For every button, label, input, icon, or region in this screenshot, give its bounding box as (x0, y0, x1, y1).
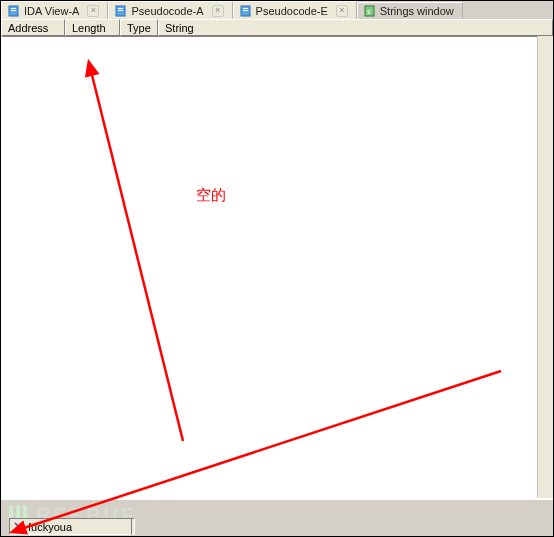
status-field[interactable]: fuckyoua (9, 518, 135, 535)
vertical-scrollbar[interactable] (537, 36, 553, 502)
svg-rect-1 (11, 8, 16, 9)
status-value: fuckyoua (28, 521, 72, 533)
annotation-empty-label: 空的 (196, 186, 226, 205)
tab-label: Pseudocode-A (131, 5, 203, 17)
tab-pseudocode-e[interactable]: Pseudocode-E × (233, 1, 357, 19)
tab-label: IDA View-A (24, 5, 79, 17)
file-icon (240, 5, 252, 17)
strings-column-headers: Address Length Type String (1, 19, 553, 36)
tab-bar: IDA View-A × Pseudocode-A × Pseudocode-E… (1, 1, 553, 20)
file-icon (8, 5, 20, 17)
svg-text:s: s (367, 8, 371, 15)
column-label: Length (72, 22, 106, 34)
column-length[interactable]: Length (65, 19, 120, 36)
app-window: IDA View-A × Pseudocode-A × Pseudocode-E… (0, 0, 554, 537)
svg-rect-7 (243, 8, 248, 9)
close-icon[interactable]: × (336, 5, 348, 17)
column-label: String (165, 22, 194, 34)
column-label: Address (8, 22, 48, 34)
tab-pseudocode-a[interactable]: Pseudocode-A × (108, 1, 232, 19)
column-string[interactable]: String (158, 19, 553, 36)
tab-label: Pseudocode-E (256, 5, 328, 17)
status-bar: REEBUF fuckyoua (1, 498, 553, 536)
status-separator (131, 518, 135, 535)
svg-rect-5 (118, 10, 123, 11)
tab-strings-window[interactable]: s Strings window (357, 2, 463, 20)
column-label: Type (127, 22, 151, 34)
strings-listview[interactable] (1, 36, 553, 503)
svg-rect-2 (11, 10, 16, 11)
column-type[interactable]: Type (120, 19, 158, 36)
svg-rect-8 (243, 10, 248, 11)
close-icon[interactable]: × (87, 5, 99, 17)
svg-rect-4 (118, 8, 123, 9)
status-indicator-icon (14, 522, 24, 532)
close-icon[interactable]: × (212, 5, 224, 17)
file-icon (115, 5, 127, 17)
column-address[interactable]: Address (1, 19, 65, 36)
tab-ida-view-a[interactable]: IDA View-A × (1, 1, 108, 19)
strings-icon: s (364, 5, 376, 17)
tab-label: Strings window (380, 5, 454, 17)
